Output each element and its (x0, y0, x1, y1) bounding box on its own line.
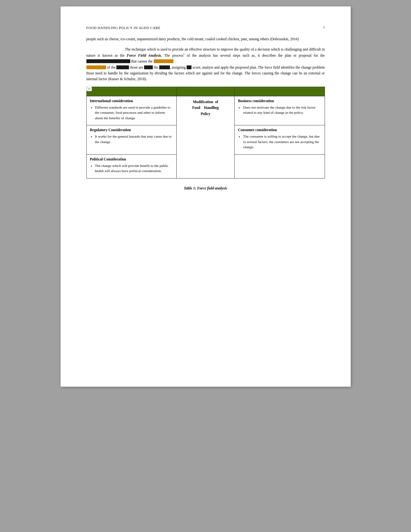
business-heading: Business consideration (238, 99, 321, 103)
consumer-bullets: The consumer is willing to accept the ch… (238, 134, 321, 150)
redacted-6 (159, 65, 170, 69)
superscript-6: 6 (183, 53, 185, 56)
list-item: Does not motivate the change due to the … (243, 105, 321, 115)
redacted-5 (144, 65, 153, 69)
page: FOOD HANDLING POLICY IN AGED CARE 7 peop… (61, 6, 351, 387)
int-bullets: Different standards are used to provide … (90, 105, 173, 121)
cell-empty (235, 154, 325, 178)
political-heading: Political Consideration (90, 157, 173, 161)
redacted-7 (187, 65, 192, 69)
list-item: It works for the general hazards that ma… (95, 134, 173, 144)
cell-political: Political Consideration The change which… (86, 154, 176, 178)
redacted-1 (86, 59, 130, 63)
table-container: 10 International consideration (86, 87, 325, 179)
mid-content: Modification ofFood HandlingPolicy (180, 99, 231, 117)
list-item: Different standards are used to provide … (95, 105, 173, 121)
table-row: International consideration Different st… (86, 96, 325, 125)
regulatory-bullets: It works for the general hazards that ma… (90, 134, 173, 144)
header-title: FOOD HANDLING POLICY IN AGED CARE (86, 26, 161, 30)
redacted-3 (86, 65, 106, 69)
cell-mid: Modification ofFood HandlingPolicy (176, 96, 235, 178)
paragraph-2: The technique which is used to provide a… (86, 46, 325, 82)
cell-regulatory: Regulatory Consideration It works for th… (86, 125, 176, 155)
table-caption: Table 1: Force field analysis (86, 186, 325, 190)
force-field-table: International consideration Different st… (86, 87, 325, 179)
business-bullets: Does not motivate the change due to the … (238, 105, 321, 115)
page-header: FOOD HANDLING POLICY IN AGED CARE 7 (86, 26, 325, 30)
list-item: The consumer is willing to accept the ch… (243, 134, 321, 150)
page-number: 7 (323, 26, 325, 30)
list-item: The change which will provide benefit to… (95, 163, 173, 174)
cell-business: Business consideration Does not motivate… (235, 96, 325, 125)
redacted-2 (154, 59, 174, 63)
col3-header (235, 87, 325, 96)
comment-10: 10 (86, 87, 92, 91)
col1-header (86, 87, 176, 96)
regulatory-heading: Regulatory Consideration (90, 128, 173, 132)
paragraph-1: people such as cheese, ice-cream, unpast… (86, 36, 325, 42)
table-header-row (86, 87, 325, 96)
col2-header (176, 87, 235, 96)
cell-consumer: Consumer consideration The consumer is w… (235, 125, 325, 155)
consumer-heading: Consumer consideration (238, 128, 321, 132)
bold-italic-text: Force Field Analysis. (127, 53, 162, 57)
redacted-4 (116, 65, 129, 69)
cell-int-consideration: International consideration Different st… (86, 96, 176, 125)
int-heading: International consideration (90, 99, 173, 103)
political-bullets: The change which will provide benefit to… (90, 163, 173, 174)
